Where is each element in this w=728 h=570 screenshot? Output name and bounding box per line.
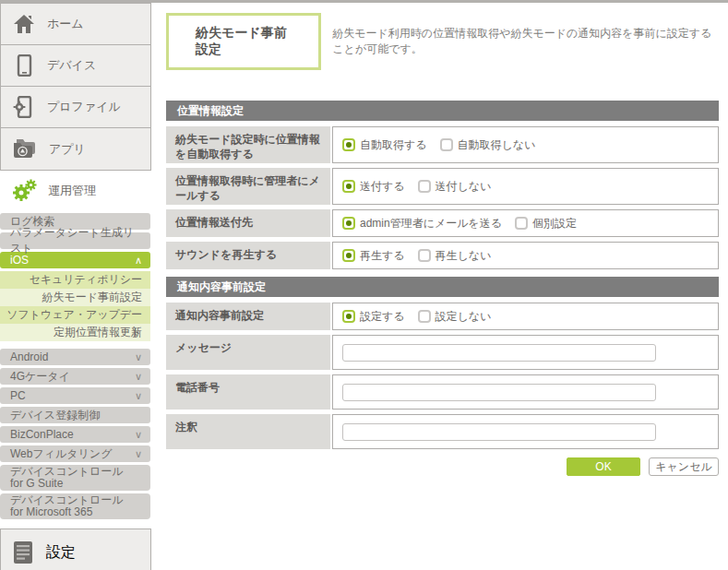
sidebar-item-device-control-gsuite[interactable]: デバイスコントロール for G Suite — [0, 465, 150, 491]
menu-label: パラメータシート生成リスト — [10, 225, 142, 256]
radio-option-unselected[interactable]: 自動取得しない — [440, 137, 536, 153]
radio-selected-icon — [342, 249, 355, 262]
chevron-down-icon: ∨ — [135, 390, 142, 402]
action-buttons: OK キャンセル — [166, 457, 719, 476]
sidebar-menu: ログ検索 パラメータシート生成リスト iOS ∧ セキュリティポリシー 紛失モー… — [0, 213, 151, 519]
row-label: 位置情報送付先 — [166, 209, 330, 237]
radio-selected-icon — [342, 217, 355, 230]
menu-label: Webフィルタリング — [10, 446, 112, 462]
cancel-button[interactable]: キャンセル — [649, 457, 719, 476]
sidebar-item-device[interactable]: デバイス — [1, 45, 150, 87]
sidebar-item-web-filtering[interactable]: Webフィルタリング ∨ — [0, 445, 150, 462]
row-label: 通知内容事前設定 — [166, 303, 330, 330]
sidebar-item-4g-keitai[interactable]: 4Gケータイ ∨ — [0, 368, 150, 385]
sidebar-item-android[interactable]: Android ∨ — [0, 349, 150, 365]
row-value: 自動取得する 自動取得しない — [332, 126, 719, 163]
row-value — [332, 374, 719, 410]
chevron-down-icon: ∨ — [135, 371, 142, 383]
row-value — [332, 414, 719, 449]
main-content: 紛失モード事前設定 紛失モード利用時の位置情報取得や紛失モードの通知内容を事前に… — [166, 3, 719, 476]
radio-unselected-icon — [515, 217, 528, 230]
ok-button[interactable]: OK — [567, 457, 640, 476]
section-header-notification: 通知内容事前設定 — [166, 277, 719, 297]
message-input[interactable] — [342, 344, 656, 362]
sidebar-item-label: ホーム — [47, 16, 84, 32]
radio-label: 送付する — [360, 179, 405, 195]
chevron-down-icon: ∨ — [135, 429, 142, 441]
form-row-phone-number: 電話番号 — [166, 374, 719, 410]
row-label: 位置情報取得時に管理者にメールする — [166, 168, 330, 205]
form-row-play-sound: サウンドを再生する 再生する 再生しない — [166, 242, 719, 269]
menu-label: BizConPlace — [10, 428, 74, 441]
form-row-auto-location: 紛失モード設定時に位置情報を自動取得する 自動取得する 自動取得しない — [166, 126, 719, 163]
radio-unselected-icon — [418, 180, 431, 193]
radio-label: 自動取得しない — [458, 137, 536, 153]
radio-option-selected[interactable]: 自動取得する — [342, 137, 427, 153]
sidebar-item-label: プロファイル — [47, 99, 121, 115]
row-label: サウンドを再生する — [166, 242, 330, 269]
sidebar-item-pc[interactable]: PC ∨ — [0, 387, 150, 404]
sidebar-item-profile[interactable]: プロファイル — [1, 87, 150, 128]
note-input[interactable] — [342, 423, 656, 441]
sidebar-item-apps[interactable]: アプリ — [1, 128, 150, 170]
radio-label: 設定する — [360, 309, 405, 325]
sidebar: ホーム デバイス プロファイル — [0, 3, 151, 570]
sidebar-item-bizconplace[interactable]: BizConPlace ∨ — [0, 426, 150, 443]
profile-icon — [13, 96, 35, 118]
sidebar-item-settings[interactable]: 設定 — [0, 528, 151, 570]
row-label: メッセージ — [166, 335, 330, 370]
ios-submenu: セキュリティポリシー 紛失モード事前設定 ソフトウェア・アップデート 定期位置情… — [0, 271, 151, 341]
sidebar-item-parameter-sheet[interactable]: パラメータシート生成リスト — [0, 232, 150, 249]
radio-option-selected[interactable]: 設定する — [342, 309, 405, 325]
radio-option-selected[interactable]: 送付する — [342, 179, 405, 195]
sidebar-item-label: 運用管理 — [48, 183, 96, 199]
radio-option-unselected[interactable]: 送付しない — [418, 179, 492, 195]
apps-icon — [13, 138, 37, 160]
radio-option-selected[interactable]: 再生する — [342, 248, 405, 264]
gears-icon — [11, 179, 37, 203]
menu-label: for Microsoft 365 — [10, 506, 92, 518]
row-value — [332, 335, 719, 370]
radio-option-selected[interactable]: admin管理者にメールを送る — [342, 216, 502, 232]
radio-label: 設定しない — [436, 309, 492, 325]
sidebar-subitem-lost-mode[interactable]: 紛失モード事前設定 — [0, 289, 150, 306]
sidebar-subitem-security-policy[interactable]: セキュリティポリシー — [0, 271, 150, 289]
sidebar-item-label: デバイス — [47, 57, 96, 74]
sidebar-item-device-registration[interactable]: デバイス登録制御 — [0, 407, 150, 423]
row-value: 送付する 送付しない — [332, 168, 719, 205]
sidebar-item-label: 設定 — [46, 543, 76, 563]
form-row-location-destination: 位置情報送付先 admin管理者にメールを送る 個別設定 — [166, 209, 719, 237]
settings-doc-icon — [13, 540, 33, 564]
menu-label: PC — [10, 389, 26, 402]
radio-option-unselected[interactable]: 個別設定 — [515, 216, 577, 232]
radio-selected-icon — [342, 310, 355, 323]
sidebar-item-device-control-microsoft365[interactable]: デバイスコントロール for Microsoft 365 — [0, 493, 150, 519]
sidebar-item-home[interactable]: ホーム — [1, 4, 150, 45]
radio-unselected-icon — [440, 138, 453, 151]
form-row-message: メッセージ — [166, 335, 719, 370]
row-label: 注釈 — [166, 414, 330, 449]
sidebar-item-operations[interactable]: 運用管理 — [0, 171, 151, 211]
menu-label: Android — [10, 350, 48, 363]
row-value: 設定する 設定しない — [332, 303, 719, 330]
radio-label: 再生する — [360, 248, 405, 264]
radio-unselected-icon — [418, 249, 431, 262]
radio-option-unselected[interactable]: 設定しない — [418, 309, 492, 325]
menu-label: デバイス登録制御 — [10, 408, 100, 423]
sidebar-subitem-periodic-location[interactable]: 定期位置情報更新 — [0, 324, 150, 341]
notification-settings-rows: 通知内容事前設定 設定する 設定しない メッセージ 電話番号 — [166, 303, 719, 449]
menu-label: for G Suite — [10, 478, 63, 490]
chevron-down-icon: ∨ — [135, 351, 142, 363]
row-value: 再生する 再生しない — [332, 242, 719, 269]
location-settings-rows: 紛失モード設定時に位置情報を自動取得する 自動取得する 自動取得しない 位置情報… — [166, 126, 719, 269]
sidebar-subitem-software-update[interactable]: ソフトウェア・アップデート — [0, 306, 150, 324]
row-label: 紛失モード設定時に位置情報を自動取得する — [166, 126, 330, 163]
phone-number-input[interactable] — [342, 384, 656, 401]
row-value: admin管理者にメールを送る 個別設定 — [332, 209, 719, 237]
form-row-note: 注釈 — [166, 414, 719, 449]
radio-selected-icon — [342, 138, 355, 151]
form-row-mail-admin: 位置情報取得時に管理者にメールする 送付する 送付しない — [166, 168, 719, 205]
radio-option-unselected[interactable]: 再生しない — [418, 248, 492, 264]
radio-label: 個別設定 — [532, 216, 577, 232]
page-description: 紛失モード利用時の位置情報取得や紛失モードの通知内容を事前に設定することが可能で… — [332, 26, 719, 57]
